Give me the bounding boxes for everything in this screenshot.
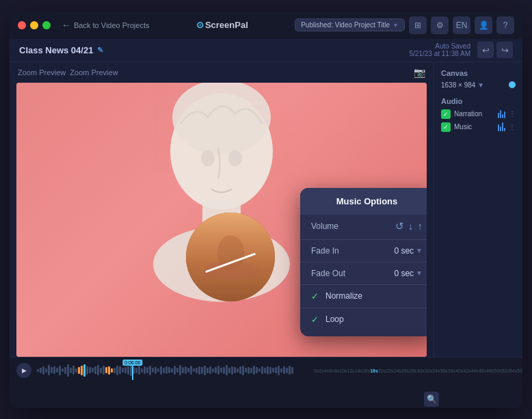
user-icon-button[interactable]: 👤 xyxy=(475,16,492,34)
project-title-text: Class News 04/21 xyxy=(19,45,93,55)
volume-controls: ↺ ↓ ↑ xyxy=(395,220,423,232)
timeline-track[interactable]: 0:06:00 xyxy=(37,361,293,380)
time-mark: 36s xyxy=(440,368,447,373)
music-options-title: Music Options xyxy=(336,196,398,206)
wave-bar xyxy=(89,367,91,373)
traffic-light-red[interactable] xyxy=(18,21,26,29)
music-check-icon[interactable]: ✓ xyxy=(441,122,451,132)
traffic-light-yellow[interactable] xyxy=(30,21,38,29)
wave-bar xyxy=(207,368,209,373)
wave-bar xyxy=(201,367,203,374)
fade-in-value[interactable]: 0 sec ▼ xyxy=(394,246,423,256)
traffic-light-green[interactable] xyxy=(42,21,51,29)
fade-out-row: Fade Out 0 sec ▼ xyxy=(300,264,427,283)
wave-bar xyxy=(155,367,157,374)
narration-item: ✓ Narration ⋮ xyxy=(441,109,516,119)
time-mark: 6s xyxy=(329,368,334,373)
time-mark: 28s xyxy=(409,368,416,373)
volume-down-icon[interactable]: ↓ xyxy=(408,220,414,232)
fade-out-label: Fade Out xyxy=(311,269,356,278)
svg-point-5 xyxy=(228,150,242,166)
wave-bar xyxy=(119,366,121,374)
wave-bar xyxy=(498,124,499,131)
wave-bar xyxy=(135,368,137,373)
time-mark: 48s xyxy=(486,368,494,373)
time-mark: 50s xyxy=(494,368,501,373)
music-settings-icon[interactable]: ⋮ xyxy=(509,123,516,131)
help-icon-button[interactable]: ? xyxy=(496,16,514,34)
edit-icon[interactable]: ✎ xyxy=(97,46,103,55)
auto-saved-label: Auto Saved xyxy=(409,42,470,50)
narration-settings-icon[interactable]: ⋮ xyxy=(509,110,516,118)
wave-bar xyxy=(42,366,44,375)
play-icon: ▶ xyxy=(22,367,27,374)
loop-label: Loop xyxy=(325,314,344,324)
wave-bar xyxy=(124,367,127,373)
loop-check-icon[interactable]: ✓ xyxy=(311,314,319,325)
undo-button[interactable]: ↩ xyxy=(477,42,494,58)
grid-icon-button[interactable]: ⊞ xyxy=(409,16,427,34)
time-mark: 52s xyxy=(502,368,509,373)
wave-bar xyxy=(264,368,266,373)
wave-bar xyxy=(56,368,58,373)
redo-button[interactable]: ↪ xyxy=(496,42,513,58)
fade-out-value[interactable]: 0 sec ▼ xyxy=(394,269,423,278)
fade-in-label: Fade In xyxy=(311,246,356,256)
audio-title: Audio xyxy=(441,97,516,105)
time-mark: 24s xyxy=(394,368,401,373)
normalize-check-icon[interactable]: ✓ xyxy=(311,291,319,301)
back-label: Back to Video Projects xyxy=(74,21,149,29)
camera-icon[interactable]: 📷 xyxy=(414,67,425,78)
music-options-header: Music Options xyxy=(300,188,427,215)
preview-area: Zoom Preview Zoom Preview 📷 xyxy=(10,62,434,357)
wave-bar xyxy=(160,366,162,375)
video-preview: Music Options Volume ↺ ↓ ↑ F xyxy=(16,83,427,357)
wave-bar xyxy=(217,366,220,375)
chevron-down-icon: ▼ xyxy=(393,22,399,29)
publish-badge[interactable]: Published: Video Project Title ▼ xyxy=(295,18,405,31)
wave-bar xyxy=(267,366,269,375)
divider-1 xyxy=(300,239,427,240)
search-icon[interactable]: 🔍 xyxy=(424,392,439,407)
face-inner xyxy=(186,213,275,301)
wave-bar xyxy=(193,368,195,372)
wave-bar xyxy=(67,364,69,377)
wave-bar xyxy=(163,368,165,373)
undo-redo-controls: ↩ ↪ xyxy=(477,42,513,58)
wave-bar-highlight xyxy=(105,367,107,373)
wave-bar xyxy=(291,367,293,374)
volume-up-icon[interactable]: ↑ xyxy=(418,220,423,232)
fade-in-row: Fade In 0 sec ▼ xyxy=(300,241,427,260)
main-content: Zoom Preview Zoom Preview 📷 xyxy=(10,62,522,357)
logo-text: ScreenPal xyxy=(205,20,248,30)
time-mark: 26s xyxy=(401,368,409,373)
wave-bar xyxy=(223,367,225,374)
fade-in-text: 0 sec xyxy=(394,246,414,256)
wave-bar xyxy=(234,367,236,373)
volume-reset-icon[interactable]: ↺ xyxy=(395,220,404,232)
narration-check-icon[interactable]: ✓ xyxy=(441,109,451,119)
volume-label: Volume xyxy=(311,221,356,231)
time-marks: 0s 2s 4s 6s 8s 10s 12s 14s 16s 18s 20s 2… xyxy=(299,367,522,373)
wave-bar xyxy=(138,366,140,375)
time-mark: 40s xyxy=(455,368,463,373)
wave-bar xyxy=(269,367,271,374)
timeline-search-button[interactable]: 🔍 xyxy=(424,392,439,407)
language-button[interactable]: EN xyxy=(453,16,470,34)
back-button[interactable]: ← Back to Video Projects xyxy=(62,20,149,30)
wave-bar xyxy=(144,366,146,374)
wave-bar xyxy=(504,128,505,131)
time-mark: 22s xyxy=(386,368,393,373)
wave-bar xyxy=(504,111,505,118)
wave-bar xyxy=(253,366,255,375)
narration-label: Narration xyxy=(454,110,494,118)
play-button[interactable]: ▶ xyxy=(16,363,31,378)
wave-bar xyxy=(280,368,282,373)
audio-section: Audio ✓ Narration ⋮ ✓ Music xyxy=(441,97,516,135)
time-mark: 44s xyxy=(470,368,478,373)
wave-bar xyxy=(122,368,124,373)
svg-point-1 xyxy=(172,83,271,155)
settings-icon-button[interactable]: ⚙ xyxy=(431,16,449,34)
wave-bar xyxy=(141,368,143,373)
time-mark: 20s xyxy=(378,368,386,373)
